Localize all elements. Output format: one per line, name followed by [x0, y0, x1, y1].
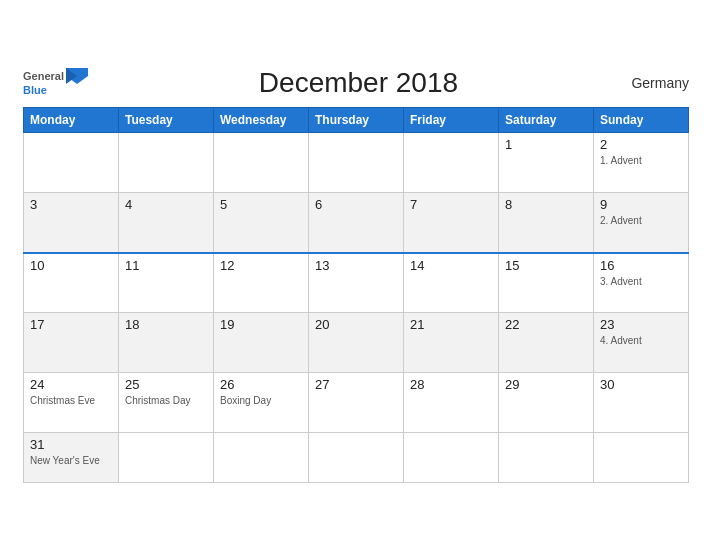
month-title: December 2018: [88, 67, 629, 99]
table-row: [119, 133, 214, 193]
table-row: 163. Advent: [594, 253, 689, 313]
day-number: 25: [125, 377, 207, 392]
header-monday: Monday: [24, 108, 119, 133]
header-saturday: Saturday: [499, 108, 594, 133]
calendar-week-row: 171819202122234. Advent: [24, 313, 689, 373]
calendar-week-row: 34567892. Advent: [24, 193, 689, 253]
day-number: 11: [125, 258, 207, 273]
table-row: 19: [214, 313, 309, 373]
table-row: 14: [404, 253, 499, 313]
weekday-header-row: Monday Tuesday Wednesday Thursday Friday…: [24, 108, 689, 133]
header-tuesday: Tuesday: [119, 108, 214, 133]
event-text: Boxing Day: [220, 394, 302, 407]
calendar-header: General Blue December 2018 Germany: [23, 67, 689, 99]
table-row: 7: [404, 193, 499, 253]
table-row: 15: [499, 253, 594, 313]
day-number: 8: [505, 197, 587, 212]
table-row: 24Christmas Eve: [24, 373, 119, 433]
day-number: 24: [30, 377, 112, 392]
event-text: 2. Advent: [600, 214, 682, 227]
logo-icon: [66, 68, 88, 84]
table-row: 234. Advent: [594, 313, 689, 373]
table-row: [404, 433, 499, 483]
day-number: 5: [220, 197, 302, 212]
day-number: 20: [315, 317, 397, 332]
table-row: 30: [594, 373, 689, 433]
day-number: 10: [30, 258, 112, 273]
event-text: 1. Advent: [600, 154, 682, 167]
day-number: 21: [410, 317, 492, 332]
header-friday: Friday: [404, 108, 499, 133]
table-row: 13: [309, 253, 404, 313]
calendar-week-row: 101112131415163. Advent: [24, 253, 689, 313]
table-row: 11: [119, 253, 214, 313]
table-row: 10: [24, 253, 119, 313]
day-number: 27: [315, 377, 397, 392]
table-row: 92. Advent: [594, 193, 689, 253]
day-number: 3: [30, 197, 112, 212]
calendar-container: General Blue December 2018 Germany Monda…: [11, 57, 701, 493]
event-text: New Year's Eve: [30, 454, 112, 467]
table-row: 5: [214, 193, 309, 253]
day-number: 23: [600, 317, 682, 332]
table-row: [499, 433, 594, 483]
header-wednesday: Wednesday: [214, 108, 309, 133]
table-row: 1: [499, 133, 594, 193]
day-number: 28: [410, 377, 492, 392]
day-number: 4: [125, 197, 207, 212]
logo-general-text: General: [23, 70, 64, 83]
table-row: [404, 133, 499, 193]
table-row: 3: [24, 193, 119, 253]
country-label: Germany: [629, 75, 689, 91]
logo-blue-text: Blue: [23, 84, 47, 97]
table-row: 28: [404, 373, 499, 433]
table-row: 22: [499, 313, 594, 373]
day-number: 29: [505, 377, 587, 392]
calendar-week-row: 31New Year's Eve: [24, 433, 689, 483]
day-number: 15: [505, 258, 587, 273]
calendar-grid: Monday Tuesday Wednesday Thursday Friday…: [23, 107, 689, 483]
table-row: [309, 133, 404, 193]
day-number: 19: [220, 317, 302, 332]
day-number: 14: [410, 258, 492, 273]
calendar-week-row: 121. Advent: [24, 133, 689, 193]
table-row: 8: [499, 193, 594, 253]
event-text: Christmas Eve: [30, 394, 112, 407]
day-number: 22: [505, 317, 587, 332]
table-row: 21: [404, 313, 499, 373]
table-row: [214, 133, 309, 193]
table-row: 25Christmas Day: [119, 373, 214, 433]
table-row: [309, 433, 404, 483]
day-number: 9: [600, 197, 682, 212]
table-row: 18: [119, 313, 214, 373]
day-number: 13: [315, 258, 397, 273]
table-row: 29: [499, 373, 594, 433]
day-number: 7: [410, 197, 492, 212]
calendar-week-row: 24Christmas Eve25Christmas Day26Boxing D…: [24, 373, 689, 433]
logo: General Blue: [23, 68, 88, 97]
day-number: 6: [315, 197, 397, 212]
day-number: 12: [220, 258, 302, 273]
day-number: 31: [30, 437, 112, 452]
header-sunday: Sunday: [594, 108, 689, 133]
table-row: 26Boxing Day: [214, 373, 309, 433]
table-row: 21. Advent: [594, 133, 689, 193]
table-row: [24, 133, 119, 193]
event-text: Christmas Day: [125, 394, 207, 407]
table-row: 17: [24, 313, 119, 373]
table-row: 12: [214, 253, 309, 313]
table-row: 6: [309, 193, 404, 253]
day-number: 30: [600, 377, 682, 392]
day-number: 1: [505, 137, 587, 152]
table-row: 31New Year's Eve: [24, 433, 119, 483]
table-row: 20: [309, 313, 404, 373]
event-text: 3. Advent: [600, 275, 682, 288]
table-row: [119, 433, 214, 483]
table-row: [594, 433, 689, 483]
table-row: 27: [309, 373, 404, 433]
day-number: 16: [600, 258, 682, 273]
table-row: [214, 433, 309, 483]
table-row: 4: [119, 193, 214, 253]
header-thursday: Thursday: [309, 108, 404, 133]
day-number: 2: [600, 137, 682, 152]
